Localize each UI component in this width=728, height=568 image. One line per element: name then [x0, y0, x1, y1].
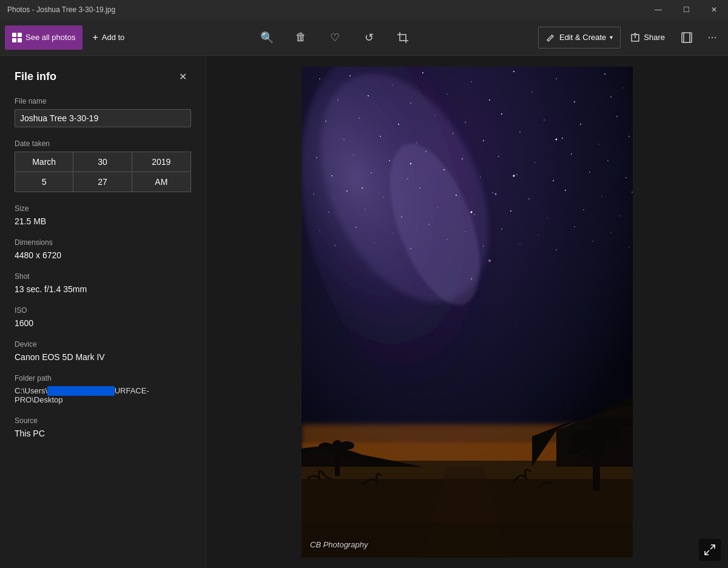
- svg-point-56: [331, 175, 332, 176]
- svg-rect-137: [302, 521, 633, 558]
- heart-icon: ♡: [330, 31, 340, 44]
- svg-point-80: [328, 212, 329, 212]
- file-info-header: File info ✕: [15, 68, 191, 85]
- svg-point-93: [465, 231, 465, 232]
- dimensions-value: 4480 x 6720: [15, 250, 191, 260]
- more-button[interactable]: ···: [701, 27, 723, 48]
- time-hour-cell[interactable]: 5: [15, 172, 73, 192]
- edit-icon: [546, 33, 556, 42]
- svg-point-20: [622, 87, 623, 88]
- svg-point-70: [492, 192, 493, 193]
- minimize-button[interactable]: —: [644, 0, 672, 19]
- add-icon: +: [92, 32, 98, 43]
- iso-section: ISO 1600: [15, 306, 191, 328]
- close-panel-button[interactable]: ✕: [174, 68, 191, 85]
- svg-point-60: [480, 176, 480, 177]
- iso-value: 1600: [15, 318, 191, 328]
- expand-icon: [704, 544, 715, 555]
- device-section: Device Canon EOS 5D Mark IV: [15, 340, 191, 362]
- photo-image: [302, 67, 633, 558]
- see-all-photos-button[interactable]: See all photos: [5, 25, 83, 50]
- date-taken-section: Date taken March 30 2019 5 27 AM: [15, 139, 191, 192]
- fit-button[interactable]: [675, 25, 699, 50]
- svg-rect-2: [12, 38, 16, 42]
- more-icon: ···: [707, 31, 716, 44]
- svg-point-77: [471, 211, 473, 213]
- titlebar-controls: — ☐ ✕: [644, 0, 728, 19]
- svg-point-134: [318, 443, 333, 451]
- svg-point-88: [619, 215, 620, 216]
- svg-point-61: [516, 174, 517, 175]
- svg-point-63: [589, 172, 590, 172]
- time-ampm-cell[interactable]: AM: [132, 172, 190, 192]
- size-section: Size 21.5 MB: [15, 204, 191, 226]
- svg-point-105: [592, 241, 593, 241]
- svg-point-109: [488, 259, 491, 262]
- svg-point-72: [565, 190, 566, 191]
- svg-point-59: [443, 169, 445, 170]
- svg-point-108: [471, 278, 473, 279]
- svg-point-26: [531, 92, 532, 92]
- date-month-cell[interactable]: March: [15, 152, 73, 172]
- svg-rect-0: [12, 33, 16, 37]
- svg-point-100: [410, 248, 411, 249]
- close-button[interactable]: ✕: [700, 0, 728, 19]
- svg-point-27: [574, 101, 575, 102]
- folder-path-label: Folder path: [15, 374, 191, 383]
- maximize-button[interactable]: ☐: [672, 0, 700, 19]
- shot-value: 13 sec. f/1.4 35mm: [15, 284, 191, 294]
- filename-input[interactable]: [15, 109, 191, 127]
- svg-point-40: [416, 142, 417, 142]
- dropdown-chevron-icon: ▾: [610, 34, 613, 41]
- photo-area: CB Photography: [206, 56, 728, 568]
- size-label: Size: [15, 204, 191, 213]
- expand-button[interactable]: [699, 539, 721, 561]
- svg-point-97: [610, 232, 611, 233]
- svg-point-53: [534, 162, 535, 162]
- crop-button[interactable]: [391, 25, 415, 50]
- svg-point-75: [513, 175, 515, 176]
- date-day-cell[interactable]: 30: [73, 152, 132, 172]
- svg-point-94: [501, 229, 502, 230]
- svg-point-136: [331, 440, 343, 457]
- svg-point-83: [437, 207, 438, 207]
- dimensions-section: Dimensions 4480 x 6720: [15, 238, 191, 260]
- main-content: File info ✕ File name Date taken March 3…: [0, 56, 728, 568]
- svg-point-49: [389, 160, 390, 161]
- source-section: Source This PC: [15, 416, 191, 438]
- delete-button[interactable]: 🗑: [289, 25, 313, 50]
- rotate-button[interactable]: ↺: [357, 25, 381, 50]
- filename-section: File name: [15, 97, 191, 127]
- svg-line-138: [710, 545, 715, 549]
- svg-point-107: [495, 193, 497, 195]
- svg-point-92: [428, 224, 429, 224]
- svg-point-41: [453, 133, 454, 134]
- svg-point-96: [574, 226, 575, 227]
- add-to-button[interactable]: + Add to: [85, 25, 132, 50]
- heart-button[interactable]: ♡: [323, 25, 347, 50]
- see-all-photos-label: See all photos: [25, 33, 75, 42]
- shot-section: Shot 13 sec. f/1.4 35mm: [15, 272, 191, 294]
- svg-point-19: [604, 73, 605, 75]
- svg-point-37: [616, 116, 618, 117]
- svg-point-45: [598, 144, 599, 144]
- folder-path-section: Folder path C:\Users\████████████URFACE-…: [15, 374, 191, 404]
- share-button[interactable]: Share: [623, 27, 672, 48]
- svg-point-16: [471, 81, 471, 82]
- svg-point-54: [571, 153, 572, 155]
- svg-point-73: [601, 196, 602, 196]
- svg-point-36: [580, 124, 581, 125]
- zoom-icon: 🔍: [260, 31, 274, 44]
- time-grid: 5 27 AM: [15, 172, 191, 192]
- svg-point-44: [562, 138, 563, 139]
- svg-point-62: [553, 180, 554, 181]
- photo-watermark: CB Photography: [310, 540, 368, 549]
- time-minute-cell[interactable]: 27: [73, 172, 132, 192]
- edit-create-button[interactable]: Edit & Create ▾: [538, 27, 621, 48]
- file-info-title: File info: [15, 70, 56, 83]
- svg-point-81: [365, 209, 366, 209]
- svg-point-84: [474, 214, 474, 215]
- toolbar: See all photos + Add to 🔍 🗑 ♡ ↺: [0, 19, 728, 56]
- zoom-button[interactable]: 🔍: [255, 25, 279, 50]
- date-year-cell[interactable]: 2019: [132, 152, 190, 172]
